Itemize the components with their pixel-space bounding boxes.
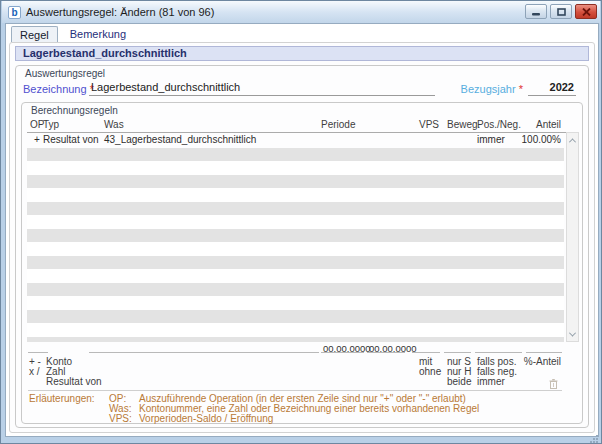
app-icon-letter: b [11, 7, 17, 18]
legend-notes-divider [28, 390, 562, 391]
row-was: 43_Lagerbestand_durchschnittlich [104, 134, 256, 145]
resize-grip-icon [589, 434, 599, 444]
minimize-icon [532, 8, 540, 16]
rule-name-header: Lagerbestand_durchschnittlich [15, 46, 589, 61]
restore-button[interactable] [550, 4, 572, 19]
notes-label: Erläuterungen: [29, 393, 95, 404]
entry-anteil-underline[interactable] [526, 352, 562, 353]
legend-posneg-line3: immer [477, 376, 505, 387]
column-header-anteil: Anteil [506, 119, 561, 130]
tab-regel[interactable]: Regel [11, 26, 58, 42]
column-header-typ: Typ [43, 119, 59, 130]
column-header-periode: Periode [321, 119, 355, 130]
vertical-scrollbar[interactable] [566, 132, 579, 342]
note-text-vps: Vorperioden-Saldo / Eröffnung [139, 413, 273, 424]
close-icon [582, 8, 591, 16]
app-icon: b [8, 6, 21, 19]
entry-periode-bis-underline[interactable] [367, 352, 405, 353]
minimize-button[interactable] [525, 4, 547, 19]
entry-vps-underline[interactable] [412, 352, 440, 353]
row-typ: Resultat von [43, 134, 99, 145]
chevron-up-icon [569, 138, 576, 145]
resize-grip[interactable] [589, 430, 599, 444]
chevron-down-icon [569, 329, 576, 336]
column-header-vps: VPS [419, 119, 439, 130]
entry-op-underline[interactable] [28, 352, 48, 353]
restore-icon [557, 8, 566, 16]
dialog-window: b Auswertungsregel: Ändern (81 von 96) R… [0, 0, 602, 444]
legend-vps-line2: ohne [419, 366, 441, 377]
row-anteil: 100.00% [497, 134, 561, 145]
row-op: + [34, 134, 40, 145]
legend-typ-line3: Resultat von [46, 376, 102, 387]
legend-op-line2: x / [29, 366, 40, 377]
tab-strip: Regel Bemerkung [11, 26, 134, 42]
table-header-divider [27, 132, 579, 133]
bezeichnung-label: Bezeichnung * [23, 83, 94, 95]
entry-posneg-underline[interactable] [475, 352, 522, 353]
tab-bemerkung[interactable]: Bemerkung [62, 26, 134, 42]
bezugsjahr-label: Bezugsjahr * [441, 83, 523, 95]
bezugsjahr-label-text: Bezugsjahr [461, 83, 516, 95]
window-title: Auswertungsregel: Ändern (81 von 96) [26, 6, 214, 18]
bezeichnung-label-text: Bezeichnung [23, 83, 87, 95]
table-row[interactable]: + Resultat von 43_Lagerbestand_durchschn… [27, 134, 564, 147]
bezeichnung-field[interactable]: Lagerbestand_durchschnittlich [89, 81, 435, 96]
close-button[interactable] [575, 4, 597, 19]
window-controls [525, 4, 597, 19]
column-header-beweg: Beweg. [447, 119, 480, 130]
scroll-down-button[interactable] [567, 328, 578, 340]
note-key-vps: VPS: [109, 413, 132, 424]
scroll-up-button[interactable] [567, 134, 578, 146]
column-header-was: Was [104, 119, 124, 130]
title-bar[interactable]: b Auswertungsregel: Ändern (81 von 96) [2, 1, 600, 23]
table-body-empty-rows[interactable] [27, 148, 564, 342]
groupbox-auswertungsregel-label: Auswertungsregel [25, 68, 105, 79]
bezugsjahr-required-mark: * [519, 83, 523, 95]
entry-was-underline[interactable] [89, 352, 319, 353]
bezugsjahr-field[interactable]: 2022 [528, 81, 576, 96]
legend-beweg-line3: beide [447, 376, 471, 387]
entry-periode-von-underline[interactable] [321, 352, 364, 353]
entry-beweg-underline[interactable] [444, 352, 471, 353]
groupbox-berechnungsregeln-label: Berechnungsregeln [31, 105, 118, 116]
